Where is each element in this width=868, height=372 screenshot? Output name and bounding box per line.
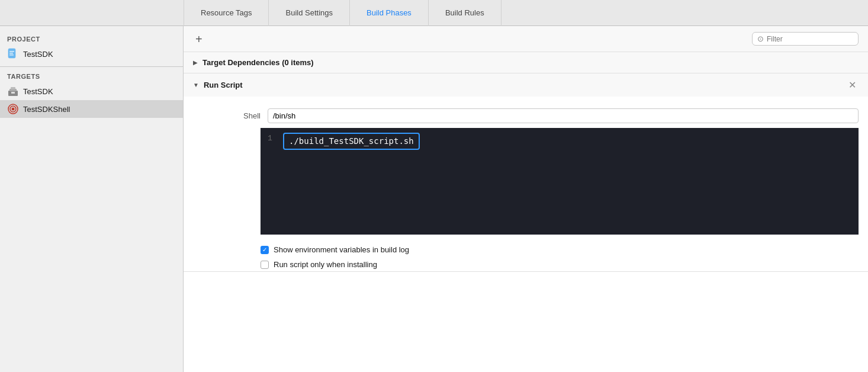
shell-label: Shell [231,111,261,120]
run-script-section: ▼ Run Script ✕ Shell 1 [184,73,868,272]
script-editor-wrapper: 1 ./build_TestSDK_script.sh [261,128,859,235]
project-icon [7,48,19,60]
project-section-label: PROJECT [0,33,183,45]
sidebar-item-testsdk[interactable]: TestSDK [0,82,183,100]
svg-point-11 [12,108,15,111]
svg-rect-3 [9,54,14,56]
building-icon [7,85,19,97]
filter-icon: ⊙ [757,34,764,43]
tab-build-phases[interactable]: Build Phases [350,0,429,26]
expanded-triangle-icon: ▼ [193,82,199,88]
run-script-header[interactable]: ▼ Run Script ✕ [184,73,868,97]
add-phase-button[interactable]: + [193,33,205,45]
target-dependencies-title: Target Dependencies (0 items) [202,58,314,67]
svg-rect-6 [11,87,15,89]
svg-rect-8 [13,92,15,94]
tab-build-rules[interactable]: Build Rules [429,0,501,26]
target-icon [7,103,19,115]
collapsed-triangle-icon: ▶ [193,59,198,66]
shell-input[interactable] [268,108,859,123]
highlighted-script-text: ./build_TestSDK_script.sh [283,133,420,150]
checkbox-env-vars[interactable]: ✓ [261,246,269,254]
script-editor[interactable]: 1 ./build_TestSDK_script.sh [261,128,859,235]
target-testsdkshell-label: TestSDKShell [23,105,70,114]
svg-rect-7 [11,92,13,94]
content-area: + ⊙ ▶ Target Dependencies (0 items) ▼ Ru… [184,26,868,372]
sidebar-item-testsdkshell[interactable]: TestSDKShell [0,100,183,118]
checkbox-run-only[interactable] [261,261,269,269]
script-highlighted-block: ./build_TestSDK_script.sh [284,134,419,152]
content-toolbar: + ⊙ [184,26,868,52]
run-script-title: Run Script [204,81,243,89]
script-line-1: 1 ./build_TestSDK_script.sh [268,134,851,152]
shell-row: Shell [184,106,868,128]
target-dependencies-header[interactable]: ▶ Target Dependencies (0 items) [184,52,868,73]
checkbox-env-vars-row: ✓ Show environment variables in build lo… [184,242,868,256]
line-number-1: 1 [268,134,277,152]
filter-box: ⊙ [752,32,859,46]
sidebar-item-project[interactable]: TestSDK [0,45,183,63]
target-testsdk-label: TestSDK [23,87,53,96]
checkbox-env-vars-label: Show environment variables in build log [274,245,409,254]
tab-resource-tags[interactable]: Resource Tags [184,0,269,26]
run-script-close-button[interactable]: ✕ [846,79,859,91]
checkbox-run-only-row: Run script only when installing [184,256,868,271]
sidebar: PROJECT TestSDK TARGETS [0,26,184,372]
tab-build-settings[interactable]: Build Settings [269,0,350,26]
checkbox-run-only-label: Run script only when installing [274,260,377,269]
run-script-content: Shell 1 ./build_TestSDK_script.sh [184,97,868,271]
targets-section-label: TARGETS [0,70,183,82]
target-dependencies-section: ▶ Target Dependencies (0 items) [184,52,868,73]
svg-rect-2 [9,53,13,54]
project-name: TestSDK [23,50,53,59]
filter-input[interactable] [767,35,853,43]
script-content: ./build_TestSDK_script.sh [289,136,414,146]
svg-rect-1 [9,51,14,52]
